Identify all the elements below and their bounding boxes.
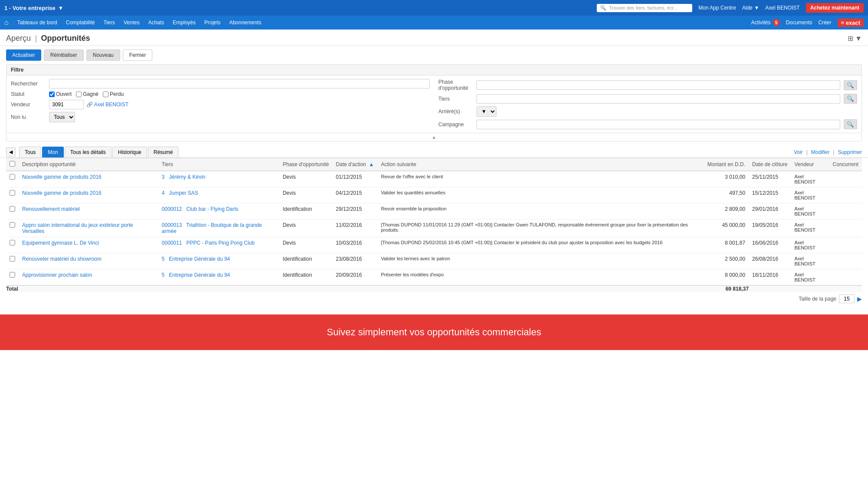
filter-arrieres-select[interactable]: ▼ [477, 106, 496, 117]
filter-phase-search-btn[interactable]: 🔍 [844, 80, 857, 90]
tiers-name-link[interactable]: Jérémy & Kévin [169, 174, 205, 180]
tab-historique[interactable]: Historique [112, 147, 147, 157]
row-checkbox[interactable] [10, 222, 15, 228]
select-all-checkbox[interactable] [10, 161, 15, 167]
statut-ouvert-checkbox[interactable] [49, 92, 55, 97]
user-name[interactable]: Axel BENOIST [765, 5, 799, 11]
tab-resume[interactable]: Résumé [148, 147, 179, 157]
row-checkbox-cell[interactable] [6, 219, 19, 237]
filter-phase-input[interactable] [477, 80, 840, 90]
row-checkbox-cell[interactable] [6, 187, 19, 203]
voir-link[interactable]: Voir [794, 149, 803, 155]
fermer-button[interactable]: Fermer [123, 49, 153, 61]
filter-vendor: 🔗 Axel BENOIST [49, 100, 128, 109]
creer-link[interactable]: Créer [819, 20, 832, 26]
tiers-num-link[interactable]: 0000011 [162, 240, 182, 246]
statut-gagne-label: Gagné [83, 91, 99, 97]
achetez-button[interactable]: Achetez maintenant [806, 3, 864, 13]
nav-achats[interactable]: Achats [148, 20, 164, 26]
filter-vendeur-input[interactable] [49, 100, 84, 109]
layout-icon[interactable]: ⊞ ▼ [848, 34, 862, 43]
row-checkbox[interactable] [10, 256, 15, 262]
page-next-btn[interactable]: ▶ [857, 295, 862, 302]
description-link[interactable]: Renouvellement matériel [22, 206, 80, 212]
statut-perdu-item[interactable]: Perdu [103, 91, 124, 97]
filter-nonlu-label: Non lu [11, 114, 46, 120]
company-name: 1 - Votre entreprise [4, 5, 56, 11]
tiers-num-link[interactable]: 0000013 [162, 222, 182, 228]
tiers-name-link[interactable]: Entreprise Générale du 94 [169, 272, 230, 278]
global-search[interactable]: 🔍 Trouver des tiers, factures, écr... [597, 4, 692, 12]
supprimer-link[interactable]: Supprimer [838, 149, 862, 155]
nav-projets[interactable]: Projets [204, 20, 220, 26]
row-checkbox[interactable] [10, 174, 15, 180]
nav-comptabilite[interactable]: Comptabilité [66, 20, 95, 26]
nouveau-button[interactable]: Nouveau [86, 49, 120, 61]
actualiser-button[interactable]: Actualiser [6, 49, 41, 61]
filter-vendeur-link[interactable]: 🔗 Axel BENOIST [86, 102, 128, 108]
statut-perdu-checkbox[interactable] [103, 92, 108, 97]
tab-collapse-btn[interactable]: ◀ [6, 147, 16, 157]
aide-link[interactable]: Aide ▼ [742, 5, 759, 11]
statut-gagne-item[interactable]: Gagné [76, 91, 99, 97]
row-checkbox[interactable] [10, 206, 15, 212]
activites-link[interactable]: Activités 5 [751, 19, 780, 26]
description-link[interactable]: Renouveler matériel du showroom [22, 256, 102, 262]
row-date-action: 11/02/2016 [332, 219, 378, 237]
nav-tiers[interactable]: Tiers [103, 20, 115, 26]
nav-ventes[interactable]: Ventes [124, 20, 140, 26]
filter-campagne-input[interactable] [477, 120, 840, 129]
documents-link[interactable]: Documents [786, 20, 812, 26]
tiers-num-link[interactable]: 3 [162, 174, 165, 180]
tab-tous[interactable]: Tous [19, 147, 41, 157]
app-center-link[interactable]: Mon App Centre [698, 5, 736, 11]
modifier-link[interactable]: Modifier [811, 149, 830, 155]
filter-campagne-search-btn[interactable]: 🔍 [844, 119, 857, 129]
tiers-name-link[interactable]: Entreprise Générale du 94 [169, 256, 230, 262]
filter-nonlu-select[interactable]: Tous [49, 112, 75, 122]
company-chevron: ▼ [58, 5, 64, 11]
description-link[interactable]: Nouvelle gamme de produits 2016 [22, 174, 102, 180]
description-link[interactable]: Equipement gymnase L. De Vinci [22, 240, 99, 246]
filter-toggle[interactable]: ▲ [7, 133, 861, 141]
tiers-name-link[interactable]: PPPC - Paris Ping Pong Club [186, 240, 254, 246]
statut-ouvert-item[interactable]: Ouvert [49, 91, 72, 97]
nav-employes[interactable]: Employés [173, 20, 196, 26]
row-checkbox-cell[interactable] [6, 171, 19, 187]
company-selector[interactable]: 1 - Votre entreprise ▼ [4, 5, 63, 11]
tiers-num-link[interactable]: 5 [162, 256, 165, 262]
description-link[interactable]: Appro salon international du jeux extéri… [22, 222, 133, 234]
nav-abonnements[interactable]: Abonnements [229, 20, 261, 26]
banner: Suivez simplement vos opportunités comme… [0, 314, 868, 350]
row-checkbox-cell[interactable] [6, 237, 19, 253]
description-link[interactable]: Approvisionner prochain salon [22, 272, 92, 278]
filter-tiers-input[interactable] [477, 94, 840, 104]
nav-tableaux[interactable]: Tableaux de bord [17, 20, 57, 26]
row-checkbox[interactable] [10, 272, 15, 278]
tiers-name-link[interactable]: Club bar - Flying Darts [186, 206, 238, 212]
statut-gagne-checkbox[interactable] [76, 92, 82, 97]
reinitialiser-button[interactable]: Réinitialiser [44, 49, 84, 61]
activites-badge: 5 [773, 19, 780, 26]
tab-mon[interactable]: Mon [42, 147, 63, 157]
tab-tous-details[interactable]: Tous les détails [65, 147, 112, 157]
row-checkbox[interactable] [10, 240, 15, 246]
row-checkbox-cell[interactable] [6, 269, 19, 286]
row-checkbox-cell[interactable] [6, 253, 19, 269]
nav-right: Activités 5 Documents Créer ≡ exact [751, 19, 864, 27]
row-date-cloture: 26/08/2016 [749, 253, 791, 269]
tiers-num-link[interactable]: 5 [162, 272, 165, 278]
page-size-input[interactable] [839, 295, 855, 303]
home-icon[interactable]: ⌂ [4, 19, 9, 26]
filter-rechercher-input[interactable] [49, 79, 430, 88]
row-checkbox-cell[interactable] [6, 203, 19, 219]
row-checkbox[interactable] [10, 190, 15, 196]
table-container: Description opportunité Tiers Phase d'op… [6, 158, 862, 292]
tiers-num-link[interactable]: 4 [162, 190, 165, 196]
tiers-num-link[interactable]: 0000012 [162, 206, 182, 212]
tiers-name-link[interactable]: Jumper SAS [169, 190, 198, 196]
filter-tiers-search-btn[interactable]: 🔍 [844, 94, 857, 104]
th-date-action[interactable]: Date d'action ▲ [332, 158, 378, 171]
exact-logo: ≡ exact [838, 19, 864, 27]
description-link[interactable]: Nouvelle gamme de produits 2016 [22, 190, 102, 196]
